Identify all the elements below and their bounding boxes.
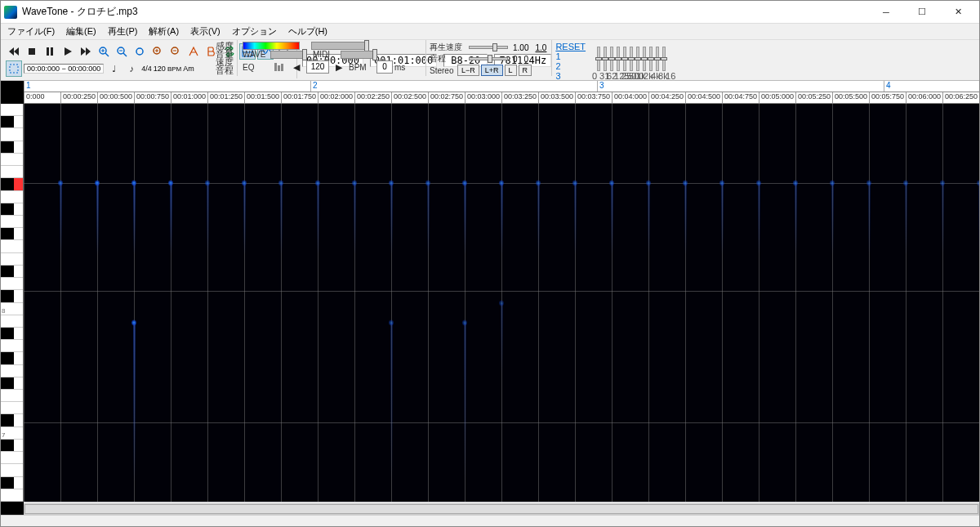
piano-key[interactable] — [1, 104, 23, 116]
menu-file[interactable]: ファイル(F) — [2, 24, 60, 39]
speed-label: 再生速度 — [430, 42, 466, 53]
piano-key[interactable] — [1, 402, 23, 414]
speed-pitch-group: 再生速度 1.00 1.0 音程 0 0 Stereo L−R L+R L R — [428, 40, 552, 76]
bpm-delta[interactable]: 0 — [376, 60, 393, 74]
piano-key[interactable] — [1, 128, 23, 141]
zoom-fit-icon[interactable] — [131, 43, 148, 60]
tempo-value[interactable]: 120 — [306, 60, 329, 74]
piano-key[interactable] — [1, 240, 23, 252]
eq-row1: 1 — [555, 51, 586, 61]
ms-label: ms — [394, 63, 419, 72]
spectrogram[interactable] — [24, 104, 979, 502]
bar-ruler[interactable]: 1234 — [24, 81, 979, 92]
midi-label: MIDI — [313, 50, 337, 59]
piano-key[interactable] — [1, 352, 23, 364]
wave-volume[interactable] — [270, 51, 306, 59]
piano-key[interactable] — [1, 452, 23, 464]
time-marker: 00:01:750 — [281, 92, 316, 103]
menu-analyze[interactable]: 解析(A) — [144, 24, 184, 39]
statusbar — [1, 515, 979, 526]
minimize-button[interactable]: ─ — [868, 2, 904, 23]
menu-option[interactable]: オプション — [227, 24, 282, 39]
svg-rect-23 — [274, 63, 277, 71]
piano-key[interactable] — [1, 315, 23, 328]
piano-key[interactable] — [1, 216, 23, 228]
tempo-icon[interactable]: ♩ — [105, 60, 122, 77]
time-marker: 00:05:250 — [795, 92, 831, 103]
ff-button[interactable] — [78, 43, 94, 60]
window-title: WaveTone - クロチビ.mp3 — [22, 5, 868, 19]
time-marker: 00:06:250 — [942, 92, 978, 103]
piano-key[interactable] — [1, 253, 23, 266]
piano-key[interactable] — [1, 228, 23, 240]
piano-key[interactable] — [1, 191, 23, 203]
piano-key[interactable] — [1, 154, 23, 166]
piano-key[interactable] — [1, 489, 23, 502]
menu-view[interactable]: 表示(V) — [185, 24, 225, 39]
zoom-v-in-icon[interactable] — [149, 43, 166, 60]
time-ruler[interactable]: 0:00000:00:25000:00:50000:00:75000:01:00… — [24, 92, 979, 104]
tempo-up[interactable]: ▶ — [331, 59, 347, 75]
piano-key[interactable] — [1, 340, 23, 352]
stereo-label: Stereo — [430, 66, 454, 75]
stereo-lplus-r[interactable]: L+R — [481, 65, 503, 76]
time-marker: 00:02:750 — [428, 92, 463, 103]
piano-key[interactable] — [1, 414, 23, 427]
piano-key[interactable] — [1, 328, 23, 340]
speed-slider[interactable] — [469, 46, 508, 49]
piano-key[interactable] — [1, 290, 23, 302]
piano-key[interactable] — [1, 203, 23, 216]
stop-button[interactable] — [24, 43, 40, 60]
bar-marker: 4 — [884, 81, 891, 92]
piano-key[interactable] — [1, 141, 23, 154]
piano-key[interactable] — [1, 477, 23, 489]
piano-keyboard[interactable]: 987 — [1, 104, 24, 502]
piano-key[interactable] — [1, 166, 23, 178]
select-tool-icon[interactable] — [6, 60, 22, 77]
volume-slider[interactable] — [311, 42, 368, 50]
menu-edit[interactable]: 編集(E) — [61, 24, 101, 39]
piano-key[interactable] — [1, 440, 23, 452]
midi-volume[interactable] — [341, 51, 376, 59]
stereo-r[interactable]: R — [519, 65, 532, 76]
piano-key[interactable]: 7 — [1, 427, 23, 440]
eq-reset[interactable]: RESET — [555, 42, 586, 51]
close-button[interactable]: ✕ — [940, 2, 976, 23]
piano-key[interactable] — [1, 116, 23, 128]
zoom-out-icon[interactable] — [114, 43, 130, 60]
piano-key[interactable] — [1, 464, 23, 476]
menu-help[interactable]: ヘルプ(H) — [283, 24, 332, 39]
eq-group: RESET 1 2 3 031 62125 250500 — [554, 40, 679, 76]
stereo-lminus-r[interactable]: L−R — [457, 65, 479, 76]
piano-key[interactable] — [1, 278, 23, 290]
tempo-down[interactable]: ◀ — [288, 59, 305, 75]
marker-a-icon[interactable] — [185, 43, 202, 60]
maximize-button[interactable]: ☐ — [904, 2, 940, 23]
rewind-button[interactable] — [6, 43, 22, 60]
zoom-in-icon[interactable] — [96, 43, 112, 60]
piano-key[interactable]: 9 — [1, 178, 23, 190]
titlebar: WaveTone - クロチビ.mp3 ─ ☐ ✕ — [1, 1, 979, 24]
piano-key[interactable] — [1, 390, 23, 402]
menu-play[interactable]: 再生(P) — [103, 24, 143, 39]
piano-key[interactable] — [1, 266, 23, 278]
piano-key[interactable] — [1, 365, 23, 377]
horizontal-scrollbar[interactable] — [24, 502, 979, 515]
bar-marker: 1 — [24, 81, 31, 92]
speed-max[interactable]: 1.0 — [535, 43, 546, 52]
stereo-l[interactable]: L — [505, 65, 517, 76]
eq-sliders[interactable] — [597, 42, 666, 71]
pitch-max[interactable]: 0 — [524, 55, 529, 64]
sensitivity-gradient[interactable] — [243, 42, 300, 50]
play-button[interactable] — [60, 43, 76, 60]
pause-button[interactable] — [42, 43, 58, 60]
piano-key[interactable] — [1, 377, 23, 390]
pitch-slider[interactable] — [469, 57, 508, 60]
zoom-v-out-icon[interactable] — [167, 43, 184, 60]
piano-key[interactable]: 8 — [1, 303, 23, 315]
svg-rect-2 — [51, 47, 53, 56]
svg-rect-0 — [29, 48, 35, 55]
eq-toggle[interactable] — [270, 59, 287, 75]
note-icon[interactable]: ♪ — [123, 60, 140, 77]
time-marker: 00:03:000 — [465, 92, 500, 103]
